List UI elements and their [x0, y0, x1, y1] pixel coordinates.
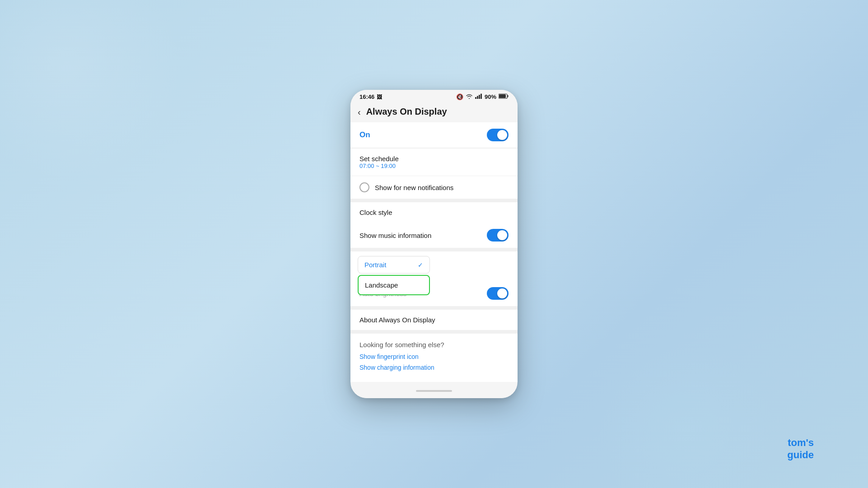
toms-guide-line2: guide	[787, 449, 814, 461]
on-toggle[interactable]	[487, 129, 509, 141]
phone-frame: 16:46 🖼 🔇 90% ‹ Always On Display On	[350, 90, 518, 398]
fingerprint-link[interactable]: Show fingerprint icon	[359, 353, 509, 360]
toms-guide-line1: tom's	[787, 437, 814, 449]
auto-brightness-toggle[interactable]	[487, 287, 509, 300]
schedule-row[interactable]: Set schedule 07:00 ~ 19:00	[350, 149, 518, 176]
bottom-handle	[350, 386, 518, 398]
svg-rect-0	[475, 97, 476, 99]
notifications-label: Show for new notifications	[375, 184, 509, 191]
battery-display: 90%	[485, 93, 496, 100]
schedule-card: Set schedule 07:00 ~ 19:00 Show for new …	[350, 149, 518, 199]
orientation-dropdown[interactable]: Portrait ✓	[358, 256, 430, 274]
show-music-toggle[interactable]	[487, 229, 509, 242]
wifi-icon	[466, 93, 473, 100]
show-music-row: Show music information	[350, 223, 518, 248]
orientation-card: Portrait ✓ Landscape Auto brightness	[350, 251, 518, 306]
signal-icon	[475, 93, 482, 100]
on-toggle-row: On	[350, 122, 518, 148]
schedule-label: Set schedule	[359, 155, 399, 163]
top-bar: ‹ Always On Display	[350, 103, 518, 122]
about-section: About Always On Display	[350, 310, 518, 330]
svg-rect-6	[499, 94, 506, 98]
battery-icon	[499, 93, 509, 100]
back-button[interactable]: ‹	[358, 107, 361, 116]
status-bar: 16:46 🖼 🔇 90%	[350, 90, 518, 103]
mute-icon: 🔇	[456, 93, 463, 100]
toms-guide-watermark: tom's guide	[787, 437, 814, 461]
chevron-down-icon: ✓	[418, 261, 423, 269]
status-bar-left: 16:46 🖼	[359, 93, 382, 100]
notifications-radio[interactable]	[359, 182, 369, 192]
svg-rect-2	[479, 95, 480, 99]
page-title: Always On Display	[366, 107, 510, 117]
clock-style-label[interactable]: Clock style	[350, 202, 518, 223]
svg-rect-5	[508, 95, 509, 98]
about-label[interactable]: About Always On Display	[350, 310, 518, 330]
schedule-time: 07:00 ~ 19:00	[359, 163, 399, 169]
orientation-dropdown-menu: Landscape	[358, 275, 430, 295]
status-bar-right: 🔇 90%	[456, 93, 509, 100]
orientation-selected-text: Portrait	[364, 261, 386, 269]
charging-link[interactable]: Show charging information	[359, 364, 509, 371]
content-area: On Set schedule 07:00 ~ 19:00 Show for n…	[350, 122, 518, 382]
schedule-label-group: Set schedule 07:00 ~ 19:00	[359, 155, 399, 169]
looking-section: Looking for something else? Show fingerp…	[350, 334, 518, 382]
svg-rect-3	[481, 94, 482, 99]
on-label: On	[359, 130, 370, 139]
time-display: 16:46	[359, 93, 374, 100]
svg-rect-1	[477, 96, 478, 99]
looking-title: Looking for something else?	[359, 341, 509, 349]
clock-music-card: Clock style Show music information	[350, 202, 518, 248]
dropdown-container: Portrait ✓ Landscape	[350, 251, 518, 280]
handle-bar	[416, 390, 452, 392]
screenshot-icon: 🖼	[377, 94, 382, 100]
landscape-option[interactable]: Landscape	[359, 276, 429, 294]
notifications-row[interactable]: Show for new notifications	[350, 176, 518, 199]
show-music-label: Show music information	[359, 232, 431, 239]
